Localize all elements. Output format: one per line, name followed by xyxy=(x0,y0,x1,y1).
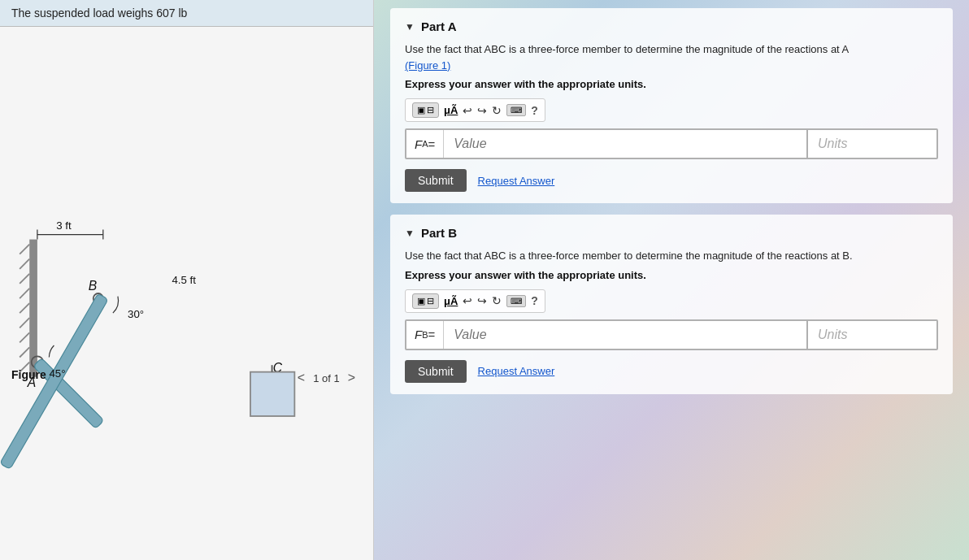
svg-line-8 xyxy=(20,347,29,357)
part-a-mu-label: μÃ xyxy=(444,104,458,116)
part-b-units-display[interactable]: Units xyxy=(806,321,936,349)
part-b-format-icon: ▣ xyxy=(417,296,425,306)
part-b-format-button[interactable]: ▣ ⊟ xyxy=(412,293,439,309)
part-b-answer-row: FB = Units xyxy=(405,319,938,350)
part-b-express-label: Express your answer with the appropriate… xyxy=(405,269,938,281)
svg-line-5 xyxy=(20,303,29,313)
figure-svg: A B C 3 ft 4.5 ft xyxy=(0,27,373,560)
part-a-undo-button[interactable]: ↩ xyxy=(463,104,472,117)
svg-text:B: B xyxy=(89,279,97,293)
nav-prev-button[interactable]: < xyxy=(296,371,306,385)
svg-line-2 xyxy=(20,259,29,269)
part-b-mu-label: μÃ xyxy=(444,295,458,307)
part-b-answer-label: FB = xyxy=(406,321,444,349)
part-b-description: Use the fact that ABC is a three-force m… xyxy=(405,248,938,264)
part-b-undo-button[interactable]: ↩ xyxy=(463,294,472,307)
part-a-toolbar: ▣ ⊟ μÃ ↩ ↪ ↻ ⌨ ? xyxy=(405,98,545,122)
part-b-request-button[interactable]: Request Answer xyxy=(478,365,555,377)
part-b-submit-button[interactable]: Submit xyxy=(405,360,467,383)
svg-text:30°: 30° xyxy=(128,308,144,320)
svg-line-6 xyxy=(20,318,29,328)
svg-line-1 xyxy=(20,245,29,254)
part-b-keyboard-button[interactable]: ⌨ xyxy=(506,295,526,307)
part-a-answer-row: FA = Units xyxy=(405,128,938,159)
part-a-format-button[interactable]: ▣ ⊟ xyxy=(412,102,439,118)
svg-text:4.5 ft: 4.5 ft xyxy=(172,274,196,286)
part-b-refresh-button[interactable]: ↻ xyxy=(492,294,502,307)
part-a-title: Part A xyxy=(421,20,457,33)
load-info-text: The suspended load weighs 607 lb xyxy=(11,7,187,20)
svg-rect-15 xyxy=(0,293,108,469)
nav-bar: < 1 of 1 > xyxy=(296,371,357,385)
figure-area: A B C 3 ft 4.5 ft xyxy=(0,27,373,560)
left-panel: The suspended load weighs 607 lb A B xyxy=(0,0,374,560)
part-a-units-text: Units xyxy=(818,137,847,151)
part-b-toggle[interactable]: ▼ xyxy=(405,228,415,239)
part-b-redo-button[interactable]: ↪ xyxy=(477,294,487,307)
svg-rect-17 xyxy=(250,372,294,416)
part-a-submit-button[interactable]: Submit xyxy=(405,169,467,192)
part-b-format-icon-2: ⊟ xyxy=(427,296,434,306)
right-panel: ▼ Part A Use the fact that ABC is a thre… xyxy=(374,0,969,560)
part-a-express-label: Express your answer with the appropriate… xyxy=(405,78,938,90)
part-a-toggle[interactable]: ▼ xyxy=(405,21,415,33)
load-info: The suspended load weighs 607 lb xyxy=(0,0,373,27)
part-a-action-row: Submit Request Answer xyxy=(405,169,938,192)
format-icon-2: ⊟ xyxy=(427,105,434,115)
part-a-redo-button[interactable]: ↪ xyxy=(477,104,487,117)
part-b-action-row: Submit Request Answer xyxy=(405,360,938,383)
part-b-section: ▼ Part B Use the fact that ABC is a thre… xyxy=(390,215,953,394)
part-a-description: Use the fact that ABC is a three-force m… xyxy=(405,41,938,73)
figure-label: Figure xyxy=(11,368,46,381)
part-a-figure-link[interactable]: (Figure 1) xyxy=(405,59,450,72)
part-a-units-display[interactable]: Units xyxy=(806,130,936,158)
part-b-header: ▼ Part B xyxy=(405,226,938,240)
part-a-header: ▼ Part A xyxy=(405,20,938,33)
part-b-help-button[interactable]: ? xyxy=(531,294,538,307)
svg-line-3 xyxy=(20,274,29,284)
part-a-refresh-button[interactable]: ↻ xyxy=(492,104,502,117)
part-a-keyboard-button[interactable]: ⌨ xyxy=(506,104,526,116)
svg-text:3 ft: 3 ft xyxy=(56,219,72,232)
part-a-request-button[interactable]: Request Answer xyxy=(478,175,555,187)
part-a-help-button[interactable]: ? xyxy=(531,104,538,117)
part-b-value-input[interactable] xyxy=(444,321,806,349)
nav-next-button[interactable]: > xyxy=(346,371,357,385)
part-a-answer-label: FA = xyxy=(406,130,444,158)
format-icon: ▣ xyxy=(417,105,425,115)
part-b-toolbar: ▣ ⊟ μÃ ↩ ↪ ↻ ⌨ ? xyxy=(405,289,545,313)
part-b-units-text: Units xyxy=(818,328,847,342)
part-b-title: Part B xyxy=(421,226,457,240)
nav-page-indicator: 1 of 1 xyxy=(313,372,340,384)
svg-line-7 xyxy=(20,332,29,342)
part-a-section: ▼ Part A Use the fact that ABC is a thre… xyxy=(390,8,953,203)
svg-text:45°: 45° xyxy=(49,367,65,380)
svg-line-4 xyxy=(20,289,29,298)
part-a-value-input[interactable] xyxy=(444,130,806,158)
